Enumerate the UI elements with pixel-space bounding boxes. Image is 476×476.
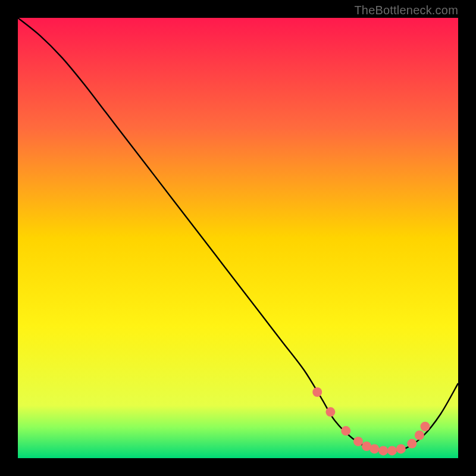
- chart-frame: TheBottleneck.com: [0, 0, 476, 476]
- attribution-label: TheBottleneck.com: [354, 4, 458, 17]
- marker-point: [396, 444, 406, 453]
- marker-point: [378, 446, 388, 455]
- marker-point: [312, 387, 322, 397]
- chart-svg: [18, 18, 458, 458]
- marker-point: [325, 407, 335, 416]
- marker-point: [407, 439, 416, 449]
- plot-area: [18, 18, 458, 458]
- marker-point: [341, 426, 350, 436]
- marker-point: [369, 444, 379, 453]
- marker-point: [353, 437, 363, 446]
- marker-point: [415, 431, 424, 440]
- marker-point: [421, 422, 430, 431]
- marker-point: [387, 446, 397, 455]
